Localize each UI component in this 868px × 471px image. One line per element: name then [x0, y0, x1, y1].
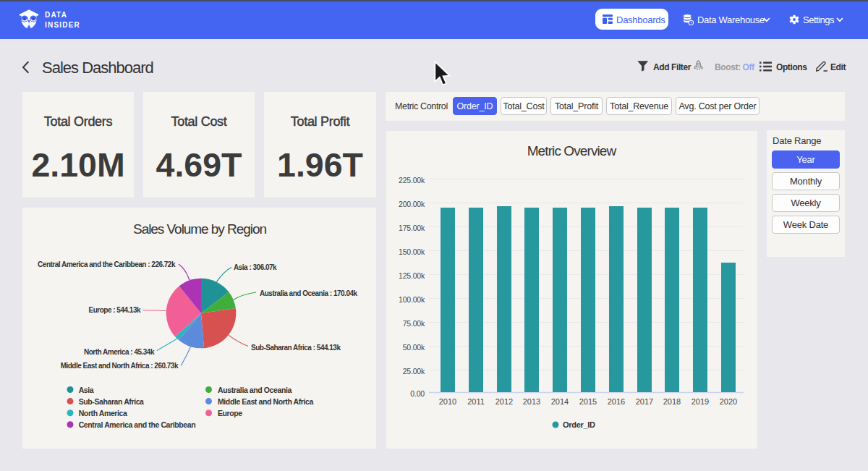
svg-text:2014: 2014 [551, 397, 569, 406]
svg-text:Sub-Saharan Africa : 544.13k: Sub-Saharan Africa : 544.13k [251, 344, 341, 352]
svg-text:2019: 2019 [692, 397, 709, 406]
svg-text:Central America and the Caribb: Central America and the Caribbean [79, 420, 195, 429]
svg-text:Europe : 544.13k: Europe : 544.13k [89, 306, 141, 314]
svg-text:2018: 2018 [663, 397, 681, 406]
svg-text:Asia : 306.07k: Asia : 306.07k [234, 263, 277, 271]
svg-text:Middle East and North Africa :: Middle East and North Africa : 260.73k [61, 362, 179, 370]
svg-text:75.00k: 75.00k [403, 319, 425, 328]
svg-text:North America: North America [79, 409, 127, 417]
svg-text:200.00k: 200.00k [399, 200, 425, 208]
svg-text:Sub-Saharan Africa: Sub-Saharan Africa [79, 397, 144, 406]
svg-text:225.00k: 225.00k [399, 176, 425, 184]
svg-text:150.00k: 150.00k [399, 247, 425, 256]
svg-text:2017: 2017 [636, 397, 653, 406]
svg-text:2011: 2011 [467, 397, 485, 406]
svg-text:Asia: Asia [79, 386, 94, 394]
svg-text:Metric Overview: Metric Overview [527, 143, 617, 158]
svg-text:Australia and Oceania : 170.04: Australia and Oceania : 170.04k [260, 289, 358, 297]
svg-text:0.00: 0.00 [410, 389, 425, 398]
svg-text:50.00k: 50.00k [403, 343, 425, 352]
svg-text:125.00k: 125.00k [399, 271, 425, 280]
svg-text:2010: 2010 [439, 397, 456, 406]
svg-text:Australia and Oceania: Australia and Oceania [218, 386, 292, 394]
svg-text:2020: 2020 [720, 397, 737, 406]
svg-text:2016: 2016 [608, 397, 625, 406]
svg-text:2015: 2015 [579, 397, 597, 406]
svg-text:175.00k: 175.00k [399, 224, 425, 232]
svg-text:Middle East and North Africa: Middle East and North Africa [218, 397, 313, 406]
svg-text:Order_ID: Order_ID [563, 420, 595, 429]
svg-text:2012: 2012 [495, 397, 513, 406]
svg-text:100.00k: 100.00k [399, 295, 425, 304]
svg-text:2013: 2013 [523, 397, 540, 406]
svg-text:Sales Volume by Region: Sales Volume by Region [133, 221, 266, 237]
svg-text:25.00k: 25.00k [403, 367, 425, 375]
svg-text:North America : 45.34k: North America : 45.34k [84, 348, 155, 356]
svg-text:Central America and the Caribb: Central America and the Caribbean : 226.… [38, 260, 176, 268]
svg-text:Europe: Europe [218, 409, 242, 417]
